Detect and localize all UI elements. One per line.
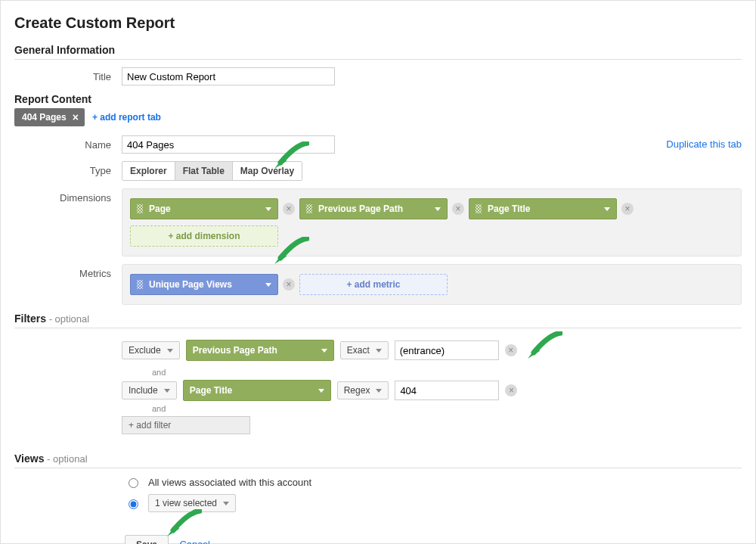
close-icon[interactable]: ×: [73, 112, 79, 123]
type-toggle: Explorer Flat Table Map Overlay: [122, 161, 302, 181]
label-metrics: Metrics: [14, 264, 122, 279]
divider: [14, 468, 742, 468]
grip-icon: [137, 204, 143, 213]
filter-mode-select[interactable]: Include: [122, 381, 177, 399]
arrow-icon: [166, 509, 202, 538]
remove-filter-icon[interactable]: ×: [505, 344, 517, 356]
filter-match-select[interactable]: Regex: [337, 381, 389, 399]
and-label: and: [152, 404, 742, 413]
remove-filter-icon[interactable]: ×: [505, 384, 517, 396]
dimension-label: Page: [149, 204, 171, 214]
chevron-down-icon: [167, 349, 173, 353]
metric-label: Unique Page Views: [149, 279, 232, 290]
grip-icon: [137, 280, 143, 289]
filter-field-pill[interactable]: Page Title: [183, 380, 331, 401]
chevron-down-icon: [376, 389, 382, 393]
add-report-tab[interactable]: + add report tab: [92, 112, 161, 123]
section-filters: Filters - optional: [14, 312, 742, 325]
filter-field-label: Page Title: [190, 385, 232, 396]
chevron-down-icon: [604, 207, 610, 211]
metric-pill[interactable]: Unique Page Views: [130, 274, 278, 295]
save-button[interactable]: Save: [125, 535, 169, 544]
type-explorer[interactable]: Explorer: [122, 162, 175, 180]
label-title: Title: [14, 67, 122, 82]
views-all-label: All views associated with this account: [148, 477, 311, 488]
grip-icon: [306, 204, 312, 213]
label-type: Type: [14, 161, 122, 176]
section-views: Views - optional: [14, 452, 742, 465]
type-map-overlay[interactable]: Map Overlay: [233, 162, 302, 180]
dimension-pill[interactable]: Page Title: [469, 198, 617, 219]
chevron-down-icon: [435, 207, 441, 211]
add-filter[interactable]: + add filter: [122, 416, 250, 434]
duplicate-tab-link[interactable]: Duplicate this tab: [666, 138, 742, 150]
add-dimension[interactable]: + add dimension: [130, 225, 278, 247]
filter-value-input[interactable]: [395, 340, 499, 360]
views-selected-dropdown[interactable]: 1 view selected: [148, 494, 236, 512]
title-input[interactable]: [122, 67, 335, 85]
filter-field-pill[interactable]: Previous Page Path: [186, 340, 334, 361]
dimension-label: Previous Page Path: [318, 204, 403, 214]
type-flat-table[interactable]: Flat Table: [175, 162, 233, 180]
and-label: and: [152, 368, 742, 377]
divider: [14, 59, 742, 60]
metrics-panel: Unique Page Views × + add metric: [122, 264, 742, 305]
chevron-down-icon: [318, 389, 324, 393]
remove-dimension-icon[interactable]: ×: [452, 203, 464, 215]
dimension-pill[interactable]: Previous Page Path: [299, 198, 448, 219]
divider: [14, 328, 742, 328]
chevron-down-icon: [164, 389, 170, 393]
views-all-radio[interactable]: [129, 478, 138, 488]
report-tab[interactable]: 404 Pages ×: [14, 108, 85, 126]
report-tab-label: 404 Pages: [22, 112, 67, 123]
chevron-down-icon: [265, 207, 271, 211]
add-metric[interactable]: + add metric: [299, 274, 448, 295]
filter-match-select[interactable]: Exact: [340, 341, 389, 359]
chevron-down-icon: [265, 283, 271, 287]
dimensions-panel: Page × Previous Page Path × Page Title: [122, 188, 742, 256]
chevron-down-icon: [321, 349, 327, 353]
chevron-down-icon: [376, 349, 382, 353]
filter-value-input[interactable]: [395, 381, 499, 400]
page-title: Create Custom Report: [14, 14, 742, 32]
grip-icon: [476, 204, 482, 213]
section-general: General Information: [14, 44, 742, 56]
dimension-pill[interactable]: Page: [130, 198, 278, 219]
dimension-label: Page Title: [488, 204, 530, 214]
remove-dimension-icon[interactable]: ×: [621, 203, 634, 215]
views-selected-radio[interactable]: [129, 499, 138, 509]
section-content: Report Content: [14, 93, 742, 105]
label-name: Name: [14, 135, 122, 151]
remove-dimension-icon[interactable]: ×: [283, 203, 295, 215]
name-input[interactable]: [122, 135, 335, 154]
remove-metric-icon[interactable]: ×: [283, 278, 295, 291]
label-dimensions: Dimensions: [14, 188, 122, 204]
filter-field-label: Previous Page Path: [193, 345, 277, 356]
arrow-icon: [526, 331, 562, 360]
cancel-link[interactable]: Cancel: [179, 539, 209, 544]
chevron-down-icon: [223, 502, 229, 505]
filter-mode-select[interactable]: Exclude: [122, 341, 180, 359]
